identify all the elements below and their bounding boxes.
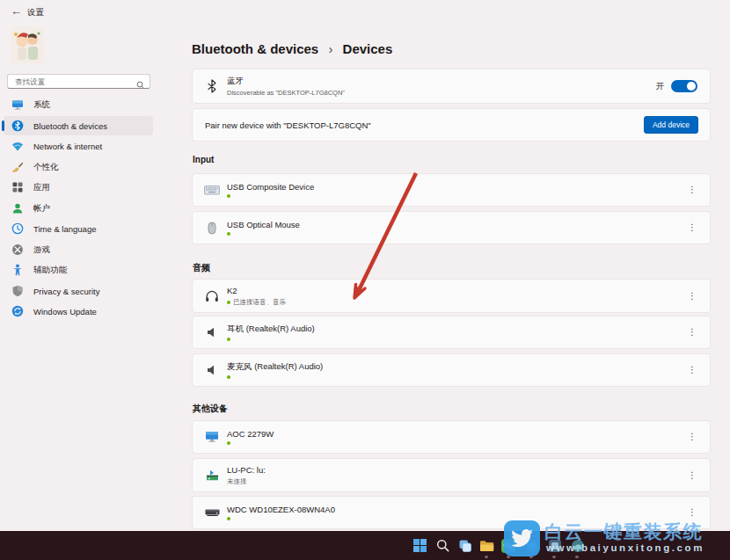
connected-status-dot (227, 301, 230, 304)
keyboard-icon (204, 185, 220, 195)
sidebar-item-accounts[interactable]: 帐户 (4, 199, 153, 218)
system-icon (11, 98, 24, 111)
breadcrumb: Bluetooth & devices › Devices (192, 41, 392, 56)
device-name: USB Optical Mouse (227, 220, 300, 229)
avatar[interactable] (11, 27, 44, 63)
sidebar-item-label: 游戏 (33, 244, 50, 256)
page-title: 设置 (27, 7, 44, 18)
task-view-icon[interactable] (457, 538, 472, 553)
device-name: 耳机 (Realtek(R) Audio) (227, 324, 315, 335)
sidebar-item-label: 系统 (33, 99, 50, 111)
clock-icon (11, 222, 24, 235)
brush-icon (11, 161, 24, 173)
watermark-brand-text: 白云一键重装系统 (544, 520, 703, 544)
sidebar-item-time-language[interactable]: Time & language (4, 219, 153, 238)
device-row-lu-pc[interactable]: LU-PC: lu: 未连接 ⋮ (192, 458, 711, 492)
sidebar-item-gaming[interactable]: 游戏 (4, 240, 153, 259)
more-options-icon[interactable]: ⋮ (688, 223, 697, 232)
selected-indicator (2, 120, 4, 131)
device-name: K2 (227, 286, 286, 295)
toggle-state-label: 开 (656, 81, 665, 92)
connected-status-dot (227, 517, 230, 520)
sidebar-item-label: 帐户 (33, 203, 50, 215)
back-icon[interactable]: ← (11, 4, 22, 18)
bluetooth-icon (204, 79, 220, 93)
more-options-icon[interactable]: ⋮ (688, 508, 697, 517)
connected-status-dot (227, 441, 230, 445)
apps-grid-icon (11, 181, 24, 193)
device-row-usb-composite[interactable]: USB Composite Device ⋮ (192, 173, 711, 207)
taskbar-search-icon[interactable] (435, 538, 450, 553)
section-title-input: Input (193, 155, 214, 164)
more-options-icon[interactable]: ⋮ (688, 433, 697, 441)
more-options-icon[interactable]: ⋮ (688, 328, 697, 337)
section-title-other-devices: 其他设备 (193, 403, 228, 415)
desktop: ← 设置 系统 (0, 0, 730, 560)
pair-device-card: Pair new device with "DESKTOP-L7G8CQN" A… (192, 108, 711, 142)
device-row-aoc-monitor[interactable]: AOC 2279W ⋮ (192, 420, 711, 454)
device-row-usb-mouse[interactable]: USB Optical Mouse ⋮ (192, 211, 711, 244)
search-icon (136, 77, 145, 93)
device-row-k2[interactable]: K2 已连接语音、音乐 ⋮ (192, 279, 711, 313)
device-row-microphone-realtek[interactable]: 麦克风 (Realtek(R) Audio) ⋮ (192, 353, 711, 387)
hard-drive-icon (204, 509, 220, 517)
watermark-twitter-bird-icon (504, 520, 540, 556)
speaker-icon (204, 327, 220, 338)
sidebar-item-system[interactable]: 系统 (4, 95, 153, 114)
headphones-icon (204, 289, 220, 302)
connected-status-dot (227, 194, 230, 198)
sidebar-item-label: Privacy & security (33, 287, 100, 296)
file-explorer-icon[interactable] (479, 538, 494, 553)
monitor-icon (204, 431, 220, 443)
start-button-icon[interactable] (412, 538, 427, 553)
device-row-headphone-realtek[interactable]: 耳机 (Realtek(R) Audio) ⋮ (192, 316, 711, 349)
settings-window: ← 设置 系统 (0, 0, 730, 531)
device-name: AOC 2279W (227, 429, 274, 439)
bluetooth-toggle[interactable] (671, 80, 697, 92)
pair-device-text: Pair new device with "DESKTOP-L7G8CQN" (205, 120, 371, 130)
more-options-icon[interactable]: ⋮ (688, 366, 697, 375)
breadcrumb-parent[interactable]: Bluetooth & devices (192, 41, 318, 56)
accessibility-icon (11, 264, 24, 276)
running-app-indicator (575, 556, 579, 558)
sidebar-item-privacy-security[interactable]: Privacy & security (4, 281, 153, 301)
breadcrumb-current: Devices (343, 41, 393, 56)
sidebar-item-label: Network & internet (33, 142, 102, 151)
sidebar-item-label: Windows Update (33, 307, 97, 316)
more-options-icon[interactable]: ⋮ (688, 471, 697, 480)
connected-status-dot (227, 232, 230, 236)
more-options-icon[interactable]: ⋮ (688, 185, 697, 194)
sidebar-item-windows-update[interactable]: Windows Update (4, 302, 153, 321)
sidebar-item-accessibility[interactable]: 辅助功能 (4, 260, 153, 280)
add-device-button[interactable]: Add device (644, 116, 698, 134)
speaker-icon (204, 365, 220, 375)
more-options-icon[interactable]: ⋮ (688, 292, 697, 301)
sidebar-item-label: 应用 (33, 182, 50, 193)
bluetooth-subtitle: Discoverable as "DESKTOP-L7G8CQN" (227, 89, 345, 97)
person-icon (11, 202, 24, 215)
running-app-indicator (485, 556, 488, 558)
sidebar-item-apps[interactable]: 应用 (4, 178, 153, 197)
section-title-audio: 音频 (193, 262, 210, 274)
device-status: 已连接语音、音乐 (233, 298, 286, 307)
toggle-knob (687, 82, 696, 91)
xbox-icon (11, 244, 24, 256)
connected-status-dot (227, 375, 230, 379)
device-name: WDC WD10EZEX-08WN4A0 (227, 505, 335, 514)
sidebar-item-network[interactable]: Network & internet (4, 136, 153, 156)
device-name: 麦克风 (Realtek(R) Audio) (227, 361, 323, 373)
search-box (7, 74, 150, 89)
sidebar-item-label: 辅助功能 (33, 265, 67, 276)
search-input[interactable] (8, 75, 136, 88)
connected-status-dot (227, 338, 230, 341)
device-name: USB Composite Device (227, 182, 314, 192)
sidebar-item-personalization[interactable]: 个性化 (4, 157, 153, 177)
sidebar-item-label: Bluetooth & devices (33, 121, 107, 131)
breadcrumb-separator-icon: › (328, 41, 332, 56)
sidebar-item-bluetooth-devices[interactable]: Bluetooth & devices (4, 116, 153, 135)
device-name: LU-PC: lu: (227, 465, 266, 475)
sidebar-item-label: 个性化 (33, 162, 59, 173)
device-status: 未连接 (227, 477, 266, 486)
bluetooth-icon (11, 120, 24, 132)
bluetooth-title: 蓝牙 (227, 76, 345, 87)
